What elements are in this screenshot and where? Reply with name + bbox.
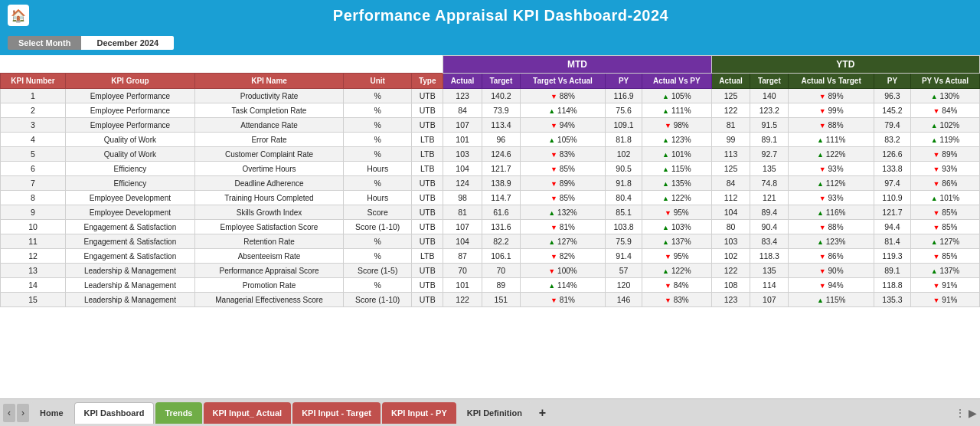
col-header-row: KPI Number KPI Group KPI Name Unit Type … [1,74,980,89]
tab-kpi-definition[interactable]: KPI Definition [458,402,531,424]
cell-name: Training Hours Completed [194,191,343,205]
cell-name: Retention Rate [194,234,343,249]
cell-num: 9 [1,205,66,220]
pva-arrow-icon: ▼ [933,253,940,261]
cell-type: UTB [412,234,443,249]
tab-options-icon[interactable]: ⋮ [955,407,965,419]
pva-arrow-icon: ▼ [933,282,940,290]
cell-ytd-py: 121.7 [874,205,911,220]
cell-type: UTB [412,103,443,118]
cell-name: Error Rate [194,133,343,147]
cell-unit: % [344,118,412,133]
cell-mtd-py: 91.4 [606,249,642,264]
cell-ytd-target: 83.4 [750,234,789,249]
cell-mtd-tva: ▼ 83% [520,147,605,162]
table-row: 1 Employee Performance Productivity Rate… [1,89,980,103]
cell-mtd-avp: ▲ 122% [642,264,711,278]
cell-ytd-avt: ▲ 112% [789,176,874,191]
cell-ytd-py: 94.4 [874,220,911,234]
cell-num: 12 [1,249,66,264]
avt-arrow-icon: ▼ [819,224,826,231]
home-icon[interactable]: 🏠 [8,5,29,26]
col-kpi-number: KPI Number [1,74,66,89]
cell-name: Customer Complaint Rate [194,147,343,162]
cell-unit: % [344,278,412,293]
col-kpi-name: KPI Name [194,74,343,89]
col-ytd-avt: Actual Vs Target [789,74,874,89]
cell-ytd-avt: ▼ 93% [789,162,874,176]
tab-kpi-input-py[interactable]: KPI Input - PY [382,402,456,424]
cell-ytd-actual: 122 [711,264,750,278]
cell-ytd-pva: ▼ 85% [910,220,979,234]
cell-name: Task Completion Rate [194,103,343,118]
avp-arrow-icon: ▲ [662,195,669,202]
cell-type: UTB [412,191,443,205]
pva-arrow-icon: ▲ [931,195,938,202]
cell-ytd-actual: 102 [711,249,750,264]
tab-bar: ‹ › Home KPI Dashboard Trends KPI Input_… [0,398,980,426]
tab-trends[interactable]: Trends [155,402,201,424]
cell-unit: % [344,147,412,162]
cell-unit: % [344,249,412,264]
cell-unit: Hours [344,162,412,176]
avp-arrow-icon: ▲ [662,267,669,275]
cell-unit: Score (1-5) [344,264,412,278]
cell-ytd-target: 107 [750,293,789,307]
tab-scroll-right-icon[interactable]: ▶ [969,407,977,419]
tva-arrow-icon: ▲ [548,209,555,217]
cell-ytd-target: 114 [750,278,789,293]
col-mtd-target: Target [482,74,520,89]
table-row: 11 Engagement & Satisfaction Retention R… [1,234,980,249]
cell-name: Productivity Rate [194,89,343,103]
cell-ytd-py: 126.6 [874,147,911,162]
app-title: Performance Appraisal KPI Dashboard-2024 [29,7,972,25]
cell-mtd-actual: 103 [443,147,482,162]
cell-mtd-tva: ▼ 81% [520,293,605,307]
tab-prev-button[interactable]: ‹ [3,404,15,422]
table-wrapper[interactable]: MTD YTD KPI Number KPI Group KPI Name Un… [0,55,980,398]
avp-arrow-icon: ▲ [662,93,669,100]
avt-arrow-icon: ▲ [817,297,824,304]
tab-kpi-dashboard[interactable]: KPI Dashboard [74,402,155,424]
cell-type: LTB [412,249,443,264]
avt-arrow-icon: ▲ [817,209,824,217]
cell-ytd-actual: 80 [711,220,750,234]
cell-mtd-actual: 98 [443,191,482,205]
cell-ytd-avt: ▼ 90% [789,264,874,278]
cell-mtd-py: 75.9 [606,234,642,249]
tab-kpi-input-actual[interactable]: KPI Input_ Actual [204,402,292,424]
cell-mtd-py: 90.5 [606,162,642,176]
cell-type: UTB [412,293,443,307]
cell-mtd-target: 124.6 [482,147,520,162]
avt-arrow-icon: ▼ [819,107,826,115]
tab-home[interactable]: Home [31,402,73,424]
cell-ytd-actual: 104 [711,205,750,220]
tva-arrow-icon: ▲ [548,282,555,290]
cell-ytd-pva: ▲ 130% [910,89,979,103]
pva-arrow-icon: ▼ [933,180,940,188]
cell-ytd-actual: 81 [711,118,750,133]
filter-value[interactable]: December 2024 [81,36,174,50]
cell-group: Quality of Work [65,133,194,147]
avp-arrow-icon: ▲ [662,136,669,144]
cell-ytd-pva: ▲ 127% [910,234,979,249]
cell-mtd-py: 57 [606,264,642,278]
cell-unit: % [344,133,412,147]
table-body: 1 Employee Performance Productivity Rate… [1,89,980,307]
cell-ytd-avt: ▼ 94% [789,278,874,293]
tab-next-button[interactable]: › [17,404,29,422]
cell-type: UTB [412,176,443,191]
tab-add-button[interactable]: + [533,402,552,424]
cell-mtd-py: 81.8 [606,133,642,147]
cell-ytd-pva: ▼ 93% [910,162,979,176]
cell-ytd-target: 118.3 [750,249,789,264]
cell-type: LTB [412,147,443,162]
avp-arrow-icon: ▼ [665,253,671,261]
cell-num: 6 [1,162,66,176]
tva-arrow-icon: ▼ [550,224,557,231]
tab-kpi-input-target[interactable]: KPI Input - Target [292,402,381,424]
cell-type: LTB [412,133,443,147]
cell-mtd-avp: ▲ 122% [642,191,711,205]
cell-mtd-actual: 84 [443,103,482,118]
cell-mtd-target: 151 [482,293,520,307]
